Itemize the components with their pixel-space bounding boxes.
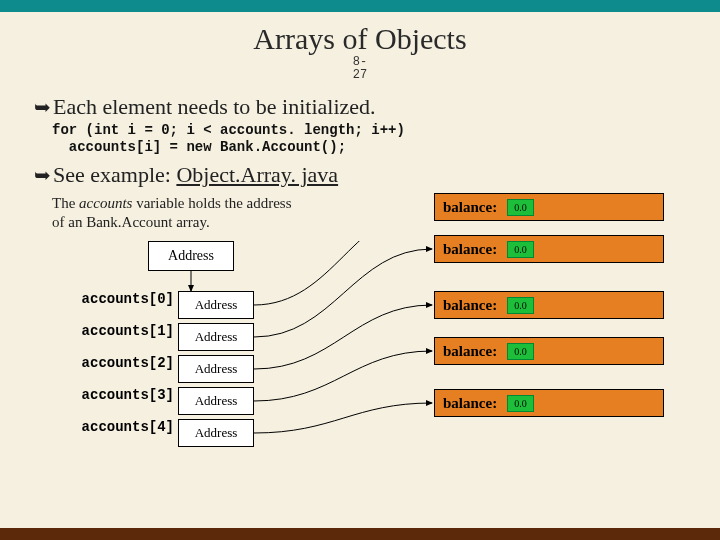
code-block: for (int i = 0; i < accounts. length; i+… bbox=[52, 122, 686, 156]
array-cell-4: Address bbox=[178, 419, 254, 447]
array-label-4: accounts[4] bbox=[54, 419, 174, 435]
array-label-2: accounts[2] bbox=[54, 355, 174, 371]
slide-title: Arrays of Objects bbox=[0, 22, 720, 56]
array-cell-3: Address bbox=[178, 387, 254, 415]
diagram: Address accounts[0] Address accounts[1] … bbox=[34, 241, 686, 540]
object-box-0: balance: 0.0 bbox=[434, 193, 664, 221]
array-label-0: accounts[0] bbox=[54, 291, 174, 307]
variable-address-box: Address bbox=[148, 241, 234, 271]
array-cell-0: Address bbox=[178, 291, 254, 319]
code-line-1: for (int i = 0; i < accounts. length; i+… bbox=[52, 122, 686, 139]
top-accent-bar bbox=[0, 0, 720, 12]
content-area: ➥Each element needs to be initialized. f… bbox=[0, 86, 720, 540]
bullet-1: ➥Each element needs to be initialized. bbox=[34, 94, 686, 120]
code-line-2: accounts[i] = new Bank.Account(); bbox=[52, 139, 686, 156]
object-box-4: balance: 0.0 bbox=[434, 389, 664, 417]
array-label-1: accounts[1] bbox=[54, 323, 174, 339]
object-box-1: balance: 0.0 bbox=[434, 235, 664, 263]
array-cell-2: Address bbox=[178, 355, 254, 383]
bullet-2: ➥See example: Object.Array. java bbox=[34, 162, 686, 188]
bullet-1-text: Each element needs to be initialized. bbox=[53, 94, 376, 119]
bullet-2-pre: See example: bbox=[53, 162, 176, 187]
example-link[interactable]: Object.Array. java bbox=[176, 162, 338, 187]
array-label-3: accounts[3] bbox=[54, 387, 174, 403]
bullet-icon: ➥ bbox=[34, 96, 51, 118]
bullet-icon: ➥ bbox=[34, 164, 51, 186]
bottom-accent-bar bbox=[0, 528, 720, 540]
object-box-2: balance: 0.0 bbox=[434, 291, 664, 319]
array-cell-1: Address bbox=[178, 323, 254, 351]
page-number-bottom: 27 bbox=[0, 69, 720, 82]
title-area: Arrays of Objects 8- 27 bbox=[0, 12, 720, 86]
object-box-3: balance: 0.0 bbox=[434, 337, 664, 365]
